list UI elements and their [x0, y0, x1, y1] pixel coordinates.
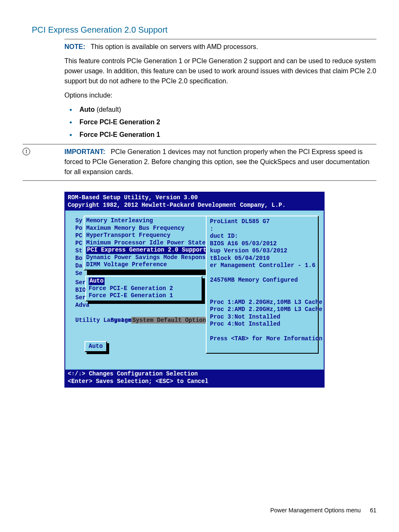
- menu-item-selected[interactable]: PCI Express Generation 2.0 Support: [86, 247, 207, 254]
- info-memory: 24576MB Memory Configured: [210, 277, 315, 284]
- page-number: 61: [370, 507, 376, 514]
- menu-item[interactable]: Dynamic Power Savings Mode Response: [86, 254, 207, 262]
- menu-item[interactable]: Memory Interleaving: [86, 217, 207, 225]
- info-proc: Proc 1:AMD 2.20GHz,10MB L3 Cache: [210, 299, 315, 306]
- info-model: ProLiant DL585 G7: [210, 218, 315, 226]
- menu-item[interactable]: Utility Language: [75, 317, 131, 324]
- bios-popup[interactable]: Auto Force PCI-E Generation 2 Force PCI-…: [85, 276, 202, 301]
- bg-label: Bo: [75, 255, 82, 262]
- bg-label: Se: [75, 270, 82, 278]
- bg-label: PC: [75, 232, 82, 240]
- important-icon: !: [23, 148, 30, 155]
- status-value-box: Auto: [84, 341, 107, 352]
- note-paragraph: NOTE: This option is available on server…: [64, 42, 376, 52]
- important-callout: ! IMPORTANT: PCIe Generation 1 devices m…: [23, 147, 376, 177]
- menu-item[interactable]: Maximum Memory Bus Frequency: [86, 225, 207, 232]
- important-label: IMPORTANT:: [64, 148, 105, 155]
- menu-item[interactable]: HyperTransport Frequency: [86, 232, 207, 239]
- footer-section: Power Management Options menu: [270, 507, 361, 514]
- bios-info-panel: ProLiant DL585 G7 : duct ID: BIOS A16 05…: [206, 216, 319, 354]
- options-intro: Options include:: [64, 90, 376, 100]
- bios-screenshot: ROM-Based Setup Utility, Version 3.00 Co…: [64, 192, 325, 388]
- bg-label: St: [75, 247, 82, 255]
- option-item: Force PCI-E Generation 1: [64, 130, 376, 140]
- popup-item[interactable]: Force PCI-E Generation 1: [89, 292, 199, 300]
- bios-body: Sy Po PC PC St Bo Da Se Serv BIOS Serv A…: [65, 211, 324, 370]
- options-list: Auto (default) Force PCI-E Generation 2 …: [64, 105, 376, 140]
- note-text: This option is available on servers with…: [91, 43, 258, 50]
- description: This feature controls PCIe Generation 1 …: [64, 56, 376, 86]
- bios-footer: <↑/↓> Changes Configuration Selection <E…: [65, 370, 324, 387]
- divider: [23, 144, 376, 144]
- popup-item[interactable]: Force PCI-E Generation 2: [89, 285, 199, 293]
- page-footer: Power Management Options menu 61: [270, 507, 376, 514]
- popup-item-selected[interactable]: Auto: [89, 278, 199, 285]
- divider: [64, 39, 376, 39]
- option-item: Force PCI-E Generation 2: [64, 117, 376, 127]
- option-item: Auto (default): [64, 105, 376, 115]
- bg-label: Adva: [75, 302, 90, 309]
- bios-header: ROM-Based Setup Utility, Version 3.00 Co…: [65, 193, 324, 211]
- menu-item[interactable]: DIMM Voltage Preference: [86, 261, 207, 269]
- divider: [23, 180, 376, 181]
- bg-label: Po: [75, 225, 82, 232]
- bg-label: Da: [75, 262, 82, 270]
- bios-menu[interactable]: Memory Interleaving Maximum Memory Bus F…: [84, 216, 209, 270]
- important-text: IMPORTANT: PCIe Generation 1 devices may…: [64, 147, 376, 177]
- bg-label: Sy: [75, 217, 82, 225]
- note-label: NOTE:: [64, 43, 85, 50]
- info-tab-hint: Press <TAB> for More Information: [210, 335, 315, 343]
- info-proc: Proc 2:AMD 2.20GHz,10MB L3 Cache: [210, 306, 315, 314]
- info-proc: Proc 4:Not Installed: [210, 321, 315, 328]
- section-title: PCI Express Generation 2.0 Support: [32, 25, 376, 35]
- info-proc: Proc 3:Not Installed: [210, 314, 315, 321]
- menu-item[interactable]: Minimum Processor Idle Power State: [86, 239, 207, 247]
- bg-label: PC: [75, 240, 82, 247]
